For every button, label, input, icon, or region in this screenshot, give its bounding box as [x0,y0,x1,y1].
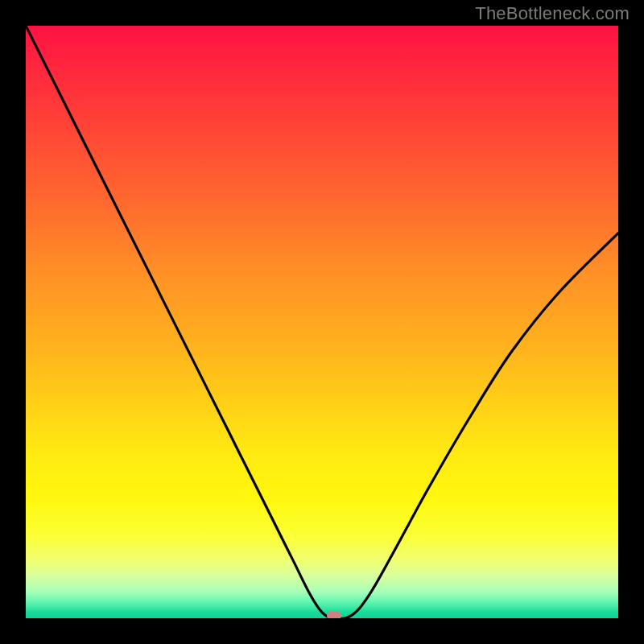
chart-frame: TheBottleneck.com [0,0,644,644]
plot-area [26,26,618,618]
bottleneck-curve [26,26,618,618]
optimal-point-marker [327,611,341,618]
watermark-text: TheBottleneck.com [475,3,630,24]
